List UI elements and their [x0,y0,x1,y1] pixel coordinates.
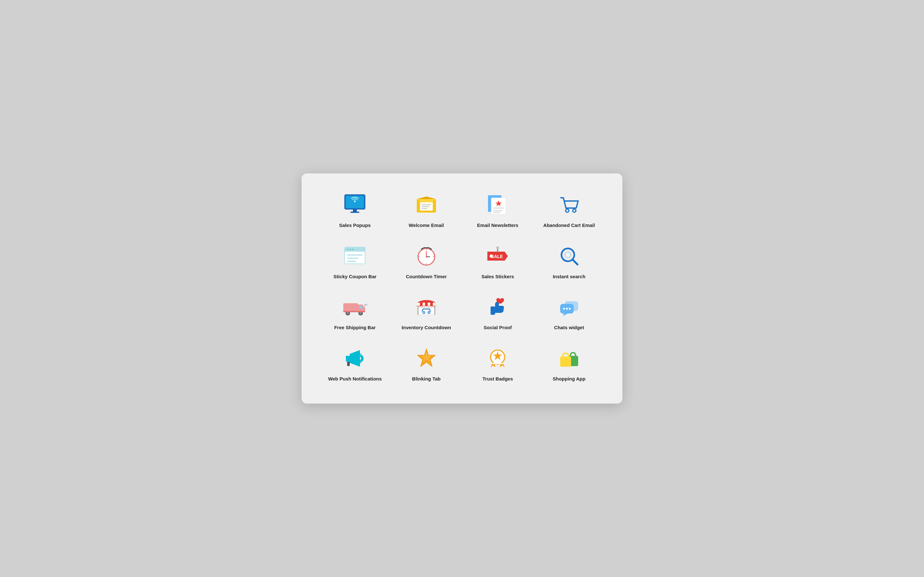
item-chats-widget[interactable]: Chats widget [535,288,604,337]
svg-point-35 [425,256,427,258]
svg-rect-27 [347,258,359,259]
item-web-push-notifications[interactable]: Web Push Notifications [321,340,389,388]
sticky-coupon-bar-icon [341,243,369,269]
svg-rect-26 [347,254,363,256]
svg-rect-16 [493,212,500,213]
svg-rect-69 [491,306,495,315]
welcome-email-icon [412,192,441,218]
email-newsletters-label: Email Newsletters [477,222,518,229]
sales-popups-icon [341,192,369,218]
item-countdown-timer[interactable]: Countdown Timer [393,237,461,285]
inventory-countdown-icon [412,294,441,320]
svg-rect-14 [493,207,504,209]
countdown-timer-icon [412,243,441,269]
svg-rect-61 [420,303,423,306]
abandoned-cart-email-label: Abandoned Cart Email [543,222,595,229]
svg-rect-9 [422,206,429,207]
shopping-app-icon [555,346,583,371]
item-trust-badges[interactable]: Trust Badges [464,340,532,388]
svg-rect-63 [425,303,428,306]
welcome-email-label: Welcome Email [409,222,444,229]
svg-point-73 [566,308,568,309]
svg-rect-8 [422,204,431,205]
instant-search-icon [555,243,583,269]
instant-search-label: Instant search [553,274,586,280]
svg-rect-15 [493,210,502,211]
svg-text:SALE: SALE [491,254,503,259]
svg-rect-64 [428,303,430,306]
blinking-tab-icon [412,346,441,371]
trust-badges-icon [483,346,512,371]
item-abandoned-cart-email[interactable]: Abandoned Cart Email [535,186,604,234]
trust-badges-label: Trust Badges [483,376,513,382]
features-grid: Sales Popups Welcome Emai [321,186,603,388]
inventory-countdown-label: Inventory Countdown [402,324,451,331]
svg-rect-28 [347,261,356,262]
item-email-newsletters[interactable]: Email Newsletters [464,186,532,234]
svg-point-72 [563,308,565,309]
svg-line-46 [573,259,577,264]
item-shopping-app[interactable]: Shopping App [535,340,604,388]
shopping-app-label: Shopping App [553,376,586,382]
svg-point-17 [565,209,569,212]
svg-rect-4 [351,211,359,213]
svg-point-74 [569,308,571,309]
item-instant-search[interactable]: Instant search [535,237,604,285]
svg-line-54 [365,304,366,305]
countdown-timer-label: Countdown Timer [406,274,447,280]
web-push-notifications-label: Web Push Notifications [328,376,382,382]
svg-rect-53 [343,311,365,312]
chats-widget-icon [555,294,583,320]
svg-rect-62 [423,303,425,306]
item-blinking-tab[interactable]: Blinking Tab [393,340,461,388]
svg-rect-80 [493,363,503,364]
item-sticky-coupon-bar[interactable]: Sticky Coupon Bar [321,237,389,285]
abandoned-cart-email-icon [555,192,583,218]
svg-line-55 [365,305,367,306]
item-social-proof[interactable]: Social Proof [464,288,532,337]
sales-popups-label: Sales Popups [339,222,371,229]
svg-rect-3 [353,210,357,212]
blinking-tab-label: Blinking Tab [412,376,441,382]
item-sales-stickers[interactable]: SALE Sales Stickers [464,237,532,285]
chats-widget-label: Chats widget [554,324,584,331]
svg-rect-68 [434,306,435,315]
svg-point-52 [359,312,362,314]
svg-rect-66 [433,303,435,306]
svg-point-18 [573,209,576,212]
svg-rect-5 [346,196,364,208]
svg-point-50 [347,312,349,314]
sales-stickers-label: Sales Stickers [481,274,514,280]
svg-rect-65 [430,303,433,306]
item-sales-popups[interactable]: Sales Popups [321,186,389,234]
social-proof-icon [483,294,512,320]
sticky-coupon-bar-label: Sticky Coupon Bar [333,274,376,280]
svg-rect-83 [560,356,571,359]
svg-rect-10 [422,208,427,209]
svg-point-23 [347,248,349,250]
svg-rect-75 [347,362,350,366]
svg-point-25 [352,248,354,250]
email-newsletters-icon [483,192,512,218]
item-welcome-email[interactable]: Welcome Email [393,186,461,234]
svg-rect-48 [343,303,358,312]
item-inventory-countdown[interactable]: Inventory Countdown [393,288,461,337]
item-free-shipping-bar[interactable]: Free Shipping Bar [321,288,389,337]
svg-point-24 [350,248,351,250]
web-push-notifications-icon [341,346,369,371]
svg-rect-60 [417,303,420,306]
svg-point-31 [421,248,423,250]
svg-point-32 [430,248,431,250]
free-shipping-bar-icon [341,294,369,320]
svg-rect-67 [417,306,419,315]
social-proof-label: Social Proof [483,324,512,331]
main-card: Sales Popups Welcome Emai [302,173,622,404]
sales-stickers-icon: SALE [483,243,512,269]
svg-point-43 [496,247,499,249]
free-shipping-bar-label: Free Shipping Bar [334,324,376,331]
